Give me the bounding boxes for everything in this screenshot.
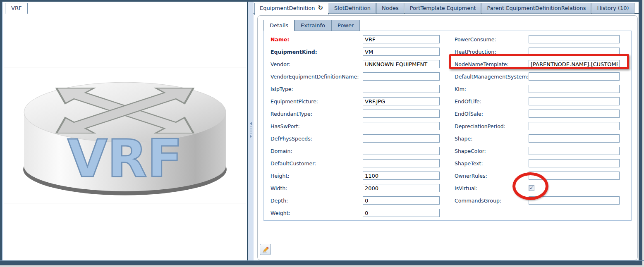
form-row-commandsgroup: CommandsGroup: — [451, 194, 630, 207]
field-input-klm[interactable] — [529, 85, 620, 93]
form-row-depreciationperiod: DepreciationPeriod: — [451, 120, 630, 132]
details-fieldset: Name:EquipmentKind:Vendor:VendorEquipmen… — [263, 31, 632, 221]
field-input-commandsgroup[interactable] — [529, 196, 620, 205]
field-input-width[interactable] — [363, 184, 440, 192]
field-label-shapecolor: ShapeColor: — [451, 148, 529, 154]
field-label-shapetext: ShapeText: — [451, 160, 529, 167]
field-input-defaultmanagementsystem[interactable] — [529, 72, 620, 81]
field-label-defaultcustomer: DefaultCustomer: — [267, 160, 363, 167]
subtab-power[interactable]: Power — [331, 20, 360, 31]
splitter-grip-dot — [250, 126, 252, 127]
tab-nodes[interactable]: Nodes — [376, 3, 404, 14]
form-row-klm: Klm: — [451, 83, 630, 95]
field-label-endofsale: EndOfSale: — [451, 111, 529, 117]
form-row-vendorequipmentdefinitionname: VendorEquipmentDefinitionName: — [267, 70, 448, 83]
frame-bottom-highlight — [0, 260, 644, 261]
field-input-defaultcustomer[interactable] — [363, 159, 440, 167]
field-input-shape[interactable] — [529, 134, 620, 143]
field-label-powerconsume: PowerConsume: — [451, 36, 529, 43]
equipment-picture-panel: VRF — [2, 2, 248, 261]
form-row-shape: Shape: — [451, 132, 630, 145]
field-label-shape: Shape: — [451, 136, 529, 142]
splitter-handle[interactable] — [248, 121, 254, 139]
field-input-depth[interactable] — [363, 196, 440, 205]
field-input-domain[interactable] — [363, 147, 440, 155]
form-row-height: Height: — [267, 169, 448, 182]
subtab-details[interactable]: Details — [263, 20, 294, 31]
field-input-name[interactable] — [363, 35, 440, 43]
form-row-defphysspeeds: DefPhysSpeeds: — [267, 132, 448, 145]
field-label-heatproduction: HeatProduction: — [451, 49, 529, 55]
field-label-vendorequipmentdefinitionname: VendorEquipmentDefinitionName: — [267, 74, 363, 80]
field-input-hasswport[interactable] — [363, 122, 440, 130]
field-input-ownerrules[interactable] — [529, 172, 620, 180]
form-row-ownerrules: OwnerRules: — [451, 169, 630, 182]
form-row-equipmentkind: EquipmentKind: — [267, 45, 448, 58]
field-input-endoflife[interactable] — [529, 97, 620, 105]
form-row-equipmentpicture: EquipmentPicture: — [267, 95, 448, 107]
details-content-box: DetailsExtraInfoPower Name:EquipmentKind… — [257, 15, 638, 260]
field-input-equipmentkind[interactable] — [363, 48, 440, 56]
tab-history-10[interactable]: History (10) — [591, 3, 634, 14]
tab-label: PortTemplate Equipment — [410, 5, 476, 11]
tab-equipmentdefinition[interactable]: EquipmentDefinition↻ — [254, 3, 328, 15]
tab-label: Nodes — [382, 5, 399, 11]
field-label-equipmentpicture: EquipmentPicture: — [267, 98, 363, 105]
form-row-isvirtual: IsVirtual:✓ — [451, 182, 630, 194]
field-input-shapetext[interactable] — [529, 159, 620, 167]
field-label-redundanttype: RedundantType: — [267, 111, 363, 117]
splitter-grip-dot — [250, 133, 252, 134]
form-row-endoflife: EndOfLife: — [451, 95, 630, 107]
splitter-expand-right-icon[interactable] — [250, 135, 252, 138]
tab-slotdefinition[interactable]: SlotDefinition — [329, 3, 376, 14]
splitter-collapse-left-icon[interactable] — [250, 122, 252, 125]
field-label-depth: Depth: — [267, 198, 363, 204]
tab-vrf-label: VRF — [11, 5, 22, 11]
form-column-left: Name:EquipmentKind:Vendor:VendorEquipmen… — [267, 33, 448, 219]
tab-label: SlotDefinition — [334, 5, 371, 11]
tab-parent-equipmentdefinitionrelations[interactable]: Parent EquipmentDefinitionRelations — [481, 3, 591, 14]
field-input-nodenametemplate[interactable] — [529, 60, 620, 68]
form-row-depth: Depth: — [267, 194, 448, 207]
splitter-grip-dot — [250, 131, 252, 131]
field-input-equipmentpicture[interactable] — [363, 97, 440, 105]
field-label-hasswport: HasSwPort: — [267, 123, 363, 129]
field-input-vendorequipmentdefinitionname[interactable] — [363, 72, 440, 81]
form-row-powerconsume: PowerConsume: — [451, 33, 630, 45]
tab-vrf[interactable]: VRF — [5, 3, 28, 14]
field-input-powerconsume[interactable] — [529, 35, 620, 43]
field-label-name: Name: — [267, 36, 363, 43]
form-row-vendor: Vendor: — [267, 58, 448, 70]
field-input-isiptype[interactable] — [363, 85, 440, 93]
subtab-extrainfo[interactable]: ExtraInfo — [294, 20, 331, 31]
field-input-endofsale[interactable] — [529, 110, 620, 118]
equipment-definition-panel: EquipmentDefinition↻SlotDefinitionNodesP… — [254, 2, 639, 261]
form-row-weight: Weight: — [267, 207, 448, 219]
refresh-icon[interactable]: ↻ — [318, 3, 323, 12]
field-label-width: Width: — [267, 185, 363, 191]
field-label-klm: Klm: — [451, 86, 529, 92]
field-label-equipmentkind: EquipmentKind: — [267, 49, 363, 55]
field-input-redundanttype[interactable] — [363, 110, 440, 118]
tab-label: EquipmentDefinition — [260, 3, 315, 13]
tab-porttemplate-equipment[interactable]: PortTemplate Equipment — [405, 3, 481, 14]
panel-splitter[interactable] — [248, 2, 254, 261]
form-row-heatproduction: HeatProduction: — [451, 45, 630, 58]
field-label-ownerrules: OwnerRules: — [451, 173, 529, 179]
form-row-shapecolor: ShapeColor: — [451, 145, 630, 157]
field-input-shapecolor[interactable] — [529, 147, 620, 155]
isvirtual-checkbox[interactable]: ✓ — [529, 185, 534, 191]
form-row-hasswport: HasSwPort: — [267, 120, 448, 132]
tab-label: History (10) — [597, 5, 629, 11]
edit-button[interactable] — [260, 244, 271, 255]
field-input-vendor[interactable] — [363, 60, 440, 68]
form-row-defaultcustomer: DefaultCustomer: — [267, 157, 448, 169]
field-label-domain: Domain: — [267, 148, 363, 154]
field-label-defphysspeeds: DefPhysSpeeds: — [267, 136, 363, 142]
field-input-defphysspeeds[interactable] — [363, 134, 440, 143]
field-input-height[interactable] — [363, 172, 440, 180]
field-label-height: Height: — [267, 173, 363, 179]
field-input-depreciationperiod[interactable] — [529, 122, 620, 130]
field-input-weight[interactable] — [363, 209, 440, 217]
field-input-heatproduction[interactable] — [529, 48, 620, 56]
